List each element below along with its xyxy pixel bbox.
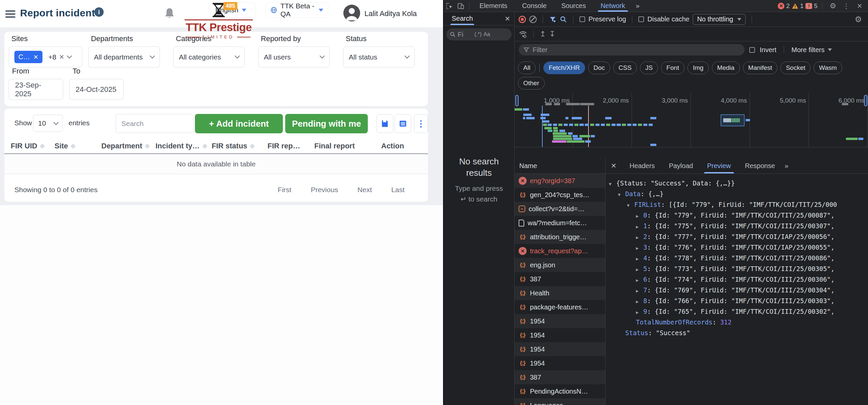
json-line[interactable]: ▶3: {Id: "776", FirUid: "IMF/TTK/COI/IAP…	[606, 242, 868, 252]
invert-checkbox[interactable]	[749, 47, 755, 53]
close-detail-pane-icon[interactable]: ✕	[606, 162, 623, 170]
request-row[interactable]: track_request?ap…	[515, 244, 605, 258]
remove-chip-icon[interactable]: ✕	[33, 54, 38, 61]
request-row[interactable]: collect?v=2&tid=…	[515, 202, 605, 216]
sort-icon[interactable]	[145, 143, 150, 149]
filter-select[interactable]: All categories	[173, 46, 245, 67]
json-line[interactable]: ▼Data: {,…}	[606, 189, 868, 199]
json-line[interactable]: ▼{Status: "Success", Data: {,…}}	[606, 178, 868, 189]
json-line[interactable]: TotalNumberOfRecords: 312	[606, 317, 868, 328]
request-row[interactable]: gen_204?csp_tes…	[515, 188, 605, 202]
add-incident-button[interactable]: + Add incident	[195, 114, 283, 133]
devtools-tab[interactable]: Elements	[472, 0, 515, 12]
detail-tab[interactable]: Preview	[700, 158, 738, 173]
pending-with-me-button[interactable]: Pending with me	[285, 114, 368, 133]
preserve-log-checkbox[interactable]	[580, 16, 585, 22]
environment-dropdown[interactable]: TTK Beta - QA	[266, 3, 328, 18]
type-filter-chip[interactable]: CSS	[613, 62, 637, 74]
pagination-link[interactable]: Last	[391, 186, 405, 194]
column-header[interactable]: Final report	[314, 142, 381, 150]
name-column-header[interactable]: Name	[515, 158, 605, 174]
more-detail-tabs-icon[interactable]: »	[782, 162, 791, 170]
device-toolbar-icon[interactable]	[455, 1, 466, 11]
request-row[interactable]: attribution_trigge…	[515, 230, 605, 244]
pagination-link[interactable]: Next	[358, 186, 372, 194]
record-network-log-button[interactable]	[519, 16, 526, 23]
type-filter-chip[interactable]: Doc	[588, 62, 610, 74]
request-row[interactable]: package-features…	[515, 300, 605, 314]
disclosure-collapsed-icon[interactable]: ▶	[636, 232, 643, 243]
sort-icon[interactable]	[40, 143, 45, 149]
column-settings-button[interactable]	[395, 114, 411, 133]
request-row[interactable]: 387	[515, 370, 605, 384]
column-header[interactable]: FIR rep…	[268, 142, 314, 150]
sort-icon[interactable]	[70, 143, 76, 149]
request-row[interactable]: 1954	[515, 356, 605, 370]
column-header[interactable]: FIR UID	[11, 142, 55, 150]
disclosure-collapsed-icon[interactable]: ▶	[636, 264, 643, 275]
request-row[interactable]: eng?orgId=387	[515, 174, 605, 188]
disclosure-expanded-icon[interactable]: ▼	[609, 179, 616, 190]
search-pane-tab[interactable]: Search	[452, 12, 473, 25]
detail-tab[interactable]: Headers	[623, 158, 662, 173]
disclosure-collapsed-icon[interactable]: ▶	[636, 296, 643, 307]
request-row[interactable]: 1954	[515, 314, 605, 328]
inspect-element-icon[interactable]	[444, 1, 455, 11]
disclosure-expanded-icon[interactable]: ▼	[618, 190, 625, 200]
throttling-dropdown[interactable]: No throttling	[693, 14, 746, 25]
devtools-tab[interactable]: Network	[593, 0, 632, 12]
filter-select[interactable]: All status	[343, 46, 414, 67]
column-header[interactable]: Department	[101, 142, 155, 150]
filter-funnel-icon[interactable]	[549, 16, 556, 23]
sites-multiselect[interactable]: C… ✕ +8 ✕	[9, 46, 82, 67]
issues-badge[interactable]: ! 5	[805, 2, 817, 10]
request-row[interactable]: Languages	[515, 398, 605, 405]
console-errors-badge[interactable]: ✕ 2	[778, 2, 790, 10]
json-line[interactable]: ▶2: {Id: "777", FirUid: "IMF/TTK/COI/IAP…	[606, 231, 868, 242]
preserve-log-label[interactable]: Preserve log	[588, 15, 626, 23]
disclosure-expanded-icon[interactable]: ▼	[627, 200, 634, 211]
json-line[interactable]: ▶8: {Id: "766", FirUid: "IMF/TTK/COI/III…	[606, 295, 868, 306]
close-devtools-icon[interactable]: ✕	[854, 1, 865, 11]
save-view-button[interactable]	[376, 114, 393, 133]
filter-select[interactable]: All departments	[88, 46, 160, 67]
search-pane-input-pill[interactable]: (.*) Aa	[446, 28, 512, 40]
json-line[interactable]: ▼FIRList: [{Id: "779", FirUid: "IMF/TTK/…	[606, 199, 868, 210]
import-har-icon[interactable]: ↥	[540, 30, 546, 38]
disable-cache-label[interactable]: Disable cache	[647, 15, 689, 23]
request-row[interactable]: eng.json	[515, 258, 605, 272]
overview-left-handle[interactable]	[515, 95, 519, 106]
notifications-bell-icon[interactable]	[164, 7, 175, 21]
request-row[interactable]: 387	[515, 272, 605, 286]
type-filter-chip[interactable]: Img	[687, 62, 709, 74]
disclosure-collapsed-icon[interactable]: ▶	[636, 211, 643, 222]
type-filter-chip[interactable]: All	[518, 62, 536, 74]
type-filter-chip[interactable]: Socket	[780, 62, 810, 74]
search-pane-input[interactable]	[458, 31, 472, 38]
settings-gear-icon[interactable]: ⚙	[827, 1, 839, 11]
console-warnings-badge[interactable]: 1	[792, 2, 804, 10]
clear-sites-icon[interactable]: ✕	[59, 53, 65, 61]
network-conditions-icon[interactable]	[519, 30, 527, 38]
table-search-input[interactable]	[116, 114, 194, 133]
overview-right-handle[interactable]	[864, 95, 867, 106]
disclosure-collapsed-icon[interactable]: ▶	[636, 275, 643, 286]
devtools-tab[interactable]: Console	[515, 0, 554, 12]
network-filter-input[interactable]: Filter	[519, 44, 745, 56]
column-header[interactable]: FIR status	[212, 142, 268, 150]
json-line[interactable]: ▶5: {Id: "773", FirUid: "IMF/TTK/COI/III…	[606, 263, 868, 274]
json-line[interactable]: ▶7: {Id: "769", FirUid: "IMF/TTK/COI/III…	[606, 285, 868, 295]
devtools-menu-kebab-icon[interactable]: ⋮	[841, 1, 852, 11]
sort-icon[interactable]	[202, 143, 208, 149]
more-tabs-icon[interactable]: »	[632, 2, 643, 10]
network-search-icon[interactable]	[560, 16, 567, 23]
json-line[interactable]: ▶1: {Id: "775", FirUid: "IMF/TTK/COI/III…	[606, 221, 868, 231]
invert-label[interactable]: Invert	[760, 46, 776, 54]
info-icon[interactable]: i	[94, 7, 104, 17]
network-settings-gear-icon[interactable]: ⚙	[852, 14, 864, 24]
disclosure-collapsed-icon[interactable]: ▶	[636, 307, 643, 318]
request-row[interactable]: 1954	[515, 328, 605, 342]
type-filter-chip[interactable]: Other	[518, 77, 545, 90]
column-header[interactable]: Action	[381, 142, 425, 150]
request-row[interactable]: wa/?medium=fetc…	[515, 216, 605, 230]
